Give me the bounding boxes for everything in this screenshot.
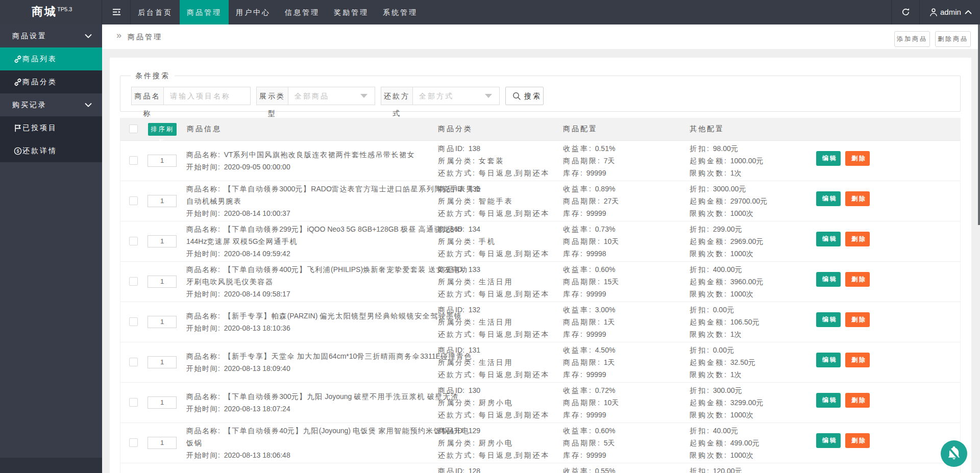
svg-text:$: $ [16, 148, 19, 154]
